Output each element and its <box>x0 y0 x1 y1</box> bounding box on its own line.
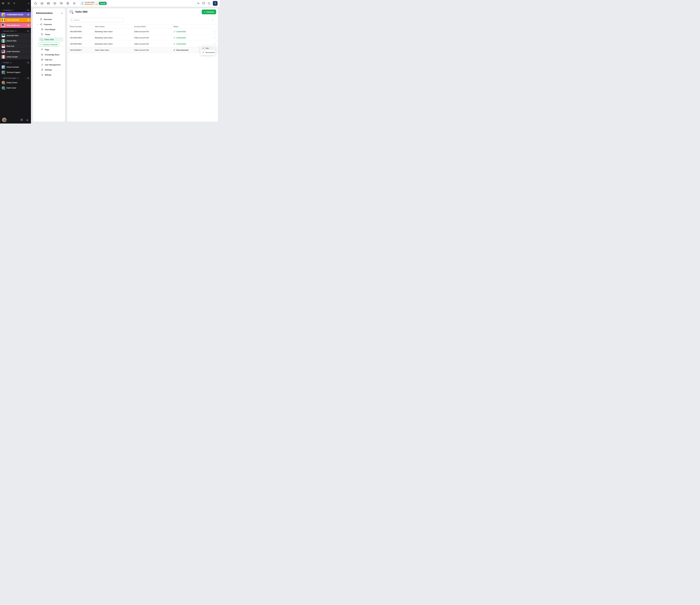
menu-item-edit[interactable]: Edit <box>201 46 215 50</box>
help-icon[interactable] <box>20 119 23 121</box>
section-count: (2) <box>10 62 12 64</box>
panel-collapse-icon[interactable]: « <box>61 12 62 15</box>
list-item-served-chat[interactable]: Lester Hermiston <box>0 49 31 54</box>
connect-button[interactable]: + Connect <box>202 9 216 14</box>
sidebar-item-channels[interactable]: ▾ Channels <box>33 22 65 27</box>
list-item-incoming-chat[interactable]: V1680538953762335 <box>0 12 31 17</box>
kebab-menu-icon[interactable]: ⋮ <box>24 30 27 32</box>
account-avatar[interactable]: T <box>213 1 218 6</box>
row-kebab-menu-icon[interactable]: ⋮ <box>214 37 216 39</box>
avatar <box>2 24 5 27</box>
status-badge: Connected <box>173 30 212 33</box>
table-row: +60102345673 Sales Team Inbox Twilio Acc… <box>67 47 218 53</box>
list-item-direct-message[interactable]: Eddie Carter <box>0 86 31 91</box>
notifications-bell-icon[interactable] <box>26 119 29 121</box>
integrations-cube-icon[interactable] <box>66 2 69 5</box>
avatar <box>2 13 5 16</box>
home-icon[interactable] <box>34 2 37 5</box>
avatar <box>2 50 5 53</box>
gear-icon[interactable] <box>73 2 76 5</box>
inbox-icon[interactable] <box>41 2 44 5</box>
knowledge-book-icon[interactable] <box>53 2 56 5</box>
table-row: +60108974600 Marketing Team Inbox Twilio… <box>67 41 218 47</box>
chat-name: Lester Hermiston <box>6 51 29 52</box>
agent-allocation-icon[interactable] <box>7 2 10 5</box>
user-avatar[interactable] <box>2 118 6 122</box>
chat-bubble-icon[interactable] <box>202 2 205 5</box>
chevron-down-icon[interactable]: ▾ <box>2 62 2 63</box>
sidebar-item-page[interactable]: Page <box>33 47 65 52</box>
inbox-name-cell: Marketing Team Inbox <box>95 37 134 39</box>
assistant-icon[interactable] <box>60 2 63 5</box>
chat-name: Shari Kub <box>6 45 29 47</box>
search-icon <box>70 19 73 21</box>
sidebar-collapse-icon[interactable]: « <box>28 2 29 5</box>
search-input[interactable] <box>74 19 122 21</box>
list-item-incoming-chat[interactable]: Tony Leuschke <box>0 18 31 23</box>
chat-name: Ashley Senger <box>6 56 29 58</box>
contacts-icon[interactable] <box>47 2 50 5</box>
search-icon[interactable] <box>27 61 29 64</box>
chevron-down-icon[interactable]: ▾ <box>37 24 38 25</box>
chat-name: Damon Kirlin <box>6 40 29 42</box>
sidebar-item-add-ons[interactable]: Add-ons <box>33 57 65 62</box>
chevron-left-icon[interactable]: ‹ <box>208 19 208 21</box>
eye-off-icon[interactable] <box>27 19 29 21</box>
sidebar-item-overview[interactable]: Overview <box>33 17 65 22</box>
row-kebab-menu-icon[interactable]: ⋮ <box>214 31 216 33</box>
column-header-status: Status <box>173 25 212 28</box>
kebab-menu-icon[interactable]: ⋮ <box>24 77 27 79</box>
list-item-group[interactable]: Technical Support <box>0 70 31 75</box>
phone-number-cell: +60108974600 <box>67 43 95 45</box>
activity-pulse-icon[interactable] <box>197 2 200 5</box>
chevron-down-icon[interactable]: ▾ <box>2 77 2 79</box>
section-header-incoming: ▾ Incoming (3) ⋮ <box>0 8 31 12</box>
search-icon[interactable] <box>207 2 210 5</box>
menu-item-disconnect[interactable]: Disconnect <box>201 50 215 54</box>
list-item-served-chat[interactable]: Jeannette Klein <box>0 33 31 38</box>
chat-name: Jeannette Klein <box>6 34 29 37</box>
list-item-served-chat[interactable]: Damon Kirlin <box>0 39 31 43</box>
link-disconnected-icon <box>202 51 204 53</box>
channels-icon <box>40 23 42 26</box>
gear-icon <box>41 69 43 71</box>
chevron-right-icon[interactable]: › <box>212 19 213 21</box>
sidebar-item-billings[interactable]: $ Billings <box>33 72 65 77</box>
ticket-icon <box>41 33 43 36</box>
search-icon[interactable] <box>27 30 29 32</box>
dm-name: Eddie Carter <box>6 87 29 89</box>
layers-icon[interactable] <box>2 2 4 5</box>
kebab-menu-icon[interactable]: ⋮ <box>24 62 27 64</box>
section-count: (3) <box>11 9 13 11</box>
row-kebab-menu-icon[interactable]: ⋮ <box>214 43 216 45</box>
connect-channel-button[interactable]: + Connect Channel <box>39 43 59 47</box>
chevron-down-icon[interactable]: ▾ <box>2 9 2 11</box>
filter-icon[interactable] <box>13 2 16 5</box>
eye-off-icon[interactable] <box>27 24 29 27</box>
sidebar-item-ticket[interactable]: Ticket <box>33 32 65 37</box>
sidebar-item-knowledge-base[interactable]: Knowledge Base <box>33 52 65 57</box>
phone-icon <box>81 2 83 5</box>
table-row: +60108974600 Marketing Team Inbox Twilio… <box>67 29 218 35</box>
list-item-direct-message[interactable]: Gladys Brown <box>0 80 31 85</box>
section-header-groups: ▾ Groups (2) ⋮ <box>0 60 31 65</box>
sidebar-item-user-management[interactable]: User Management <box>33 62 65 67</box>
list-item-served-chat[interactable]: Shari Kub <box>0 44 31 49</box>
list-item-incoming-chat[interactable]: Allan Heathcote <box>0 23 31 28</box>
phone-number-cell: +60102345673 <box>67 49 95 51</box>
list-item-group[interactable]: Virtual Assistant <box>0 65 31 70</box>
chevron-down-icon[interactable]: ▾ <box>2 30 2 32</box>
search-icon[interactable] <box>27 9 29 11</box>
top-up-button[interactable]: Top Up <box>99 2 106 5</box>
eye-off-icon[interactable] <box>27 14 29 16</box>
section-label: Direct Messages <box>3 77 16 79</box>
list-item-served-chat[interactable]: Ashley Senger <box>0 54 31 59</box>
account-name-cell: Twilio Account 002 <box>134 49 173 51</box>
sidebar-item-settings[interactable]: Settings <box>33 67 65 72</box>
sidebar-item-chat-widget[interactable]: Chat Widget <box>33 27 65 32</box>
sidebar-item-twilio-sms[interactable]: SMS Twilio SMS <box>39 38 63 42</box>
search-icon[interactable] <box>27 77 29 79</box>
chat-widget-icon <box>41 28 43 31</box>
kebab-menu-icon[interactable]: ⋮ <box>24 9 27 11</box>
section-count: (5) <box>15 30 17 32</box>
